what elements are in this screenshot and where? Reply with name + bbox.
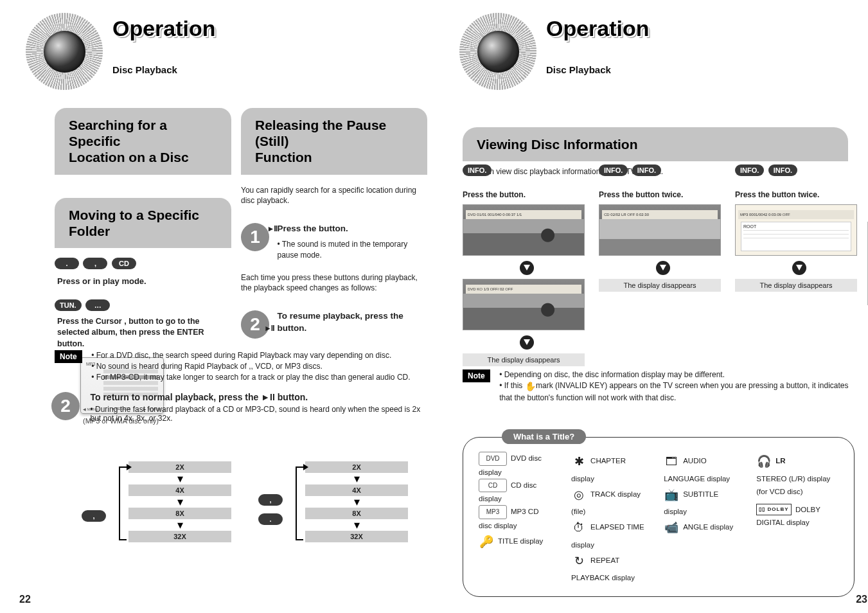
tag-dvd: DVD [479, 452, 507, 466]
down-arrow-icon-1 [520, 261, 534, 275]
btn-fwd[interactable]: . [55, 258, 79, 269]
thumb-dvd-1: DVD 01/01 001/040 0:00:37 1/1 [463, 204, 585, 256]
down-arrow-icon-2 [520, 335, 534, 350]
bar-dvd2: DVD KO 1/3 OFF/ 02 OFF [466, 285, 581, 294]
glossary-box: What is a Title? DVDDVD disc display CDC… [463, 437, 855, 597]
pause1-bold: Press the button. [277, 224, 348, 233]
pill-info-2a[interactable]: INFO. [599, 164, 628, 176]
pause1-text: Press the button. ►II • The sound is mut… [277, 223, 425, 260]
btn-up[interactable]: … [85, 299, 110, 311]
disp-col-cd: INFO. INFO. Press the button twice. CD 0… [599, 164, 727, 366]
display-row: INFO. Press the button. DVD 01/01 001/04… [463, 164, 867, 366]
btn-bwd[interactable]: , [83, 258, 107, 269]
thumb-mp3: MP3 0001/0042 0:03:09 OFF ROOT [735, 204, 857, 256]
time-icon: ⏱ [571, 518, 587, 538]
flow-a-0: 2X [128, 461, 231, 473]
headphone-icon: 🎧 [756, 452, 772, 472]
note-tag-left: Note [55, 350, 82, 363]
flow-diagram: , 2X ▾ 4X ▾ 8X ▾ 32X , . 2X ▾ 4X ▾ 8X ▾ … [74, 461, 434, 564]
header-view: Viewing Disc Information [463, 127, 848, 161]
pill-info-2b[interactable]: INFO. [632, 164, 661, 176]
scan-line1: Press or in play mode. [57, 276, 231, 287]
thumb-cd: CD 02/02 LR OFF 0:02:30 [599, 204, 721, 256]
note-right: Note • Depending on disc, the disc infor… [463, 369, 861, 404]
hand-icon: ✋ [525, 380, 534, 393]
note-tag-right: Note [463, 369, 490, 382]
page-right: Operation Disc Playback Viewing Disc Inf… [447, 0, 867, 613]
search-intro: You can rapidly search for a specific lo… [241, 185, 427, 207]
g-ang: ANGLE display [683, 523, 733, 531]
note-r-l1: • Depending on disc, the disc informatio… [499, 370, 725, 379]
key-icon: 🔑 [479, 532, 494, 553]
gloss-col-4: 🎧LR STEREO (L/R) display (for VCD disc) … [756, 452, 838, 585]
flow-a-2: 8X [128, 508, 231, 519]
folder-intro-b: Press the Cursor , button to go to the s… [57, 316, 231, 350]
pause-step1: 1 Press the button. ►II • The sound is m… [241, 223, 427, 260]
flow-a-1: 4X [128, 484, 231, 496]
col2-cap: Press the button twice. [599, 190, 727, 200]
pause2-bold: To resume playback, press the button. [277, 311, 403, 333]
pause2-text: To resume playback, press the button. ►I… [277, 310, 425, 335]
glossary-cols: DVDDVD disc display CDCD disc display MP… [479, 452, 838, 585]
page-left: Operation Disc Playback Searching for a … [13, 0, 434, 613]
label-off-1: The display disappears [463, 353, 585, 366]
repeat-icon: ↻ [571, 551, 587, 572]
thumb-dvd-2: DVD KO 1/3 OFF/ 02 OFF [463, 279, 585, 330]
step2-title: To return to normal playback, press the … [90, 392, 308, 402]
col3-cap: Press the button twice. [735, 190, 864, 200]
flow-b-2: 8X [305, 508, 408, 519]
flow-b-side2: . [258, 513, 284, 525]
flow-b-1: 4X [305, 484, 408, 496]
buttons-fwd-bwd: . , CD [55, 257, 231, 269]
flow-b-3: 32X [305, 531, 408, 542]
pause1-body: • The sound is muted in the temporary pa… [277, 239, 425, 261]
note-body-right: • Depending on disc, the disc informatio… [499, 369, 853, 404]
right-lens-title: Operation [546, 16, 650, 41]
gloss-col-3: 🗔AUDIO LANGUAGE display 📺SUBTITLE displa… [664, 452, 738, 585]
col1-cap: Press the button. [463, 190, 591, 200]
header-view-text: Viewing Disc Information [477, 137, 637, 152]
angle-icon: 📹 [664, 518, 679, 538]
step2-num: 2 [51, 392, 80, 420]
btn-cd[interactable]: CD [112, 258, 136, 269]
label-off-3: The display disappears [735, 279, 857, 292]
lens-graphic-left [19, 13, 116, 96]
flow-b-pill-bot[interactable]: . [258, 513, 283, 525]
header-folder: Moving to a Specific Folder [55, 198, 231, 248]
subtitle-icon: 📺 [664, 485, 679, 506]
flow-b-pill-top[interactable]: , [258, 494, 283, 506]
flow-a-3: 32X [128, 531, 231, 542]
gloss-col-1: DVDDVD disc display CDCD disc display MP… [479, 452, 553, 585]
flow-b-side1: , [258, 493, 284, 506]
right-lens-sub: Disc Playback [546, 64, 611, 75]
g-lr: STEREO (L/R) display (for VCD disc) [756, 472, 830, 498]
header-pause: Releasing the Pause (Still) Function [241, 108, 427, 175]
flow-a-side: , [82, 510, 107, 522]
note-left: Note • For a DVD disc, the search speed … [55, 350, 434, 382]
step2-sub: • During the fast forward playback of a … [90, 405, 424, 423]
header-search: Searching for a Specific Location on a D… [55, 108, 231, 175]
dolby-icon: ▯▯ DOLBY [756, 504, 791, 515]
flow-b-0: 2X [305, 461, 408, 473]
audio-lang-icon: 🗔 [664, 452, 679, 472]
flow-a-pill[interactable]: , [82, 510, 106, 522]
tag-cd: CD [479, 479, 507, 493]
pill-info-3b[interactable]: INFO. [768, 164, 797, 176]
left-lens-title: Operation [112, 16, 216, 41]
pill-info-3a[interactable]: INFO. [735, 164, 764, 176]
flow-col-b: , . 2X ▾ 4X ▾ 8X ▾ 32X [283, 461, 427, 542]
pill-info-1[interactable]: INFO. [463, 164, 492, 176]
mp3-root: ROOT [743, 224, 756, 229]
down-arrow-icon-3 [656, 261, 670, 275]
pause-step2: 2 To resume playback, press the button. … [241, 310, 427, 339]
left-lens-sub: Disc Playback [112, 64, 177, 75]
disp-col-dvd: INFO. Press the button. DVD 01/01 001/04… [463, 164, 591, 366]
scan-line1-text: Press or in play mode. [57, 276, 146, 286]
step2-text: To return to normal playback, press the … [90, 392, 424, 423]
mp3-tree: ROOT [741, 222, 851, 251]
label-off-2: The display disappears [599, 279, 721, 292]
note-r-l2: • If this ✋ mark (INVALID KEY) appears o… [499, 381, 848, 403]
chapter-icon: ✱ [571, 452, 587, 472]
playpause-icon-1: ►II [267, 224, 277, 233]
btn-tun[interactable]: TUN. [55, 299, 82, 311]
